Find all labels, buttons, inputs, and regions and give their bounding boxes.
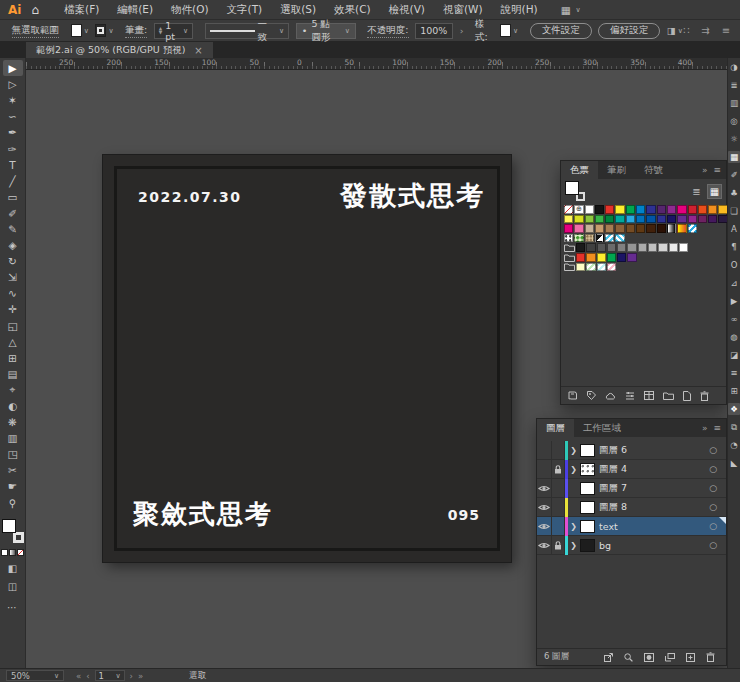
swatch[interactable] — [646, 224, 655, 233]
swatch[interactable] — [585, 224, 594, 233]
draw-mode-icon[interactable]: ◧ — [8, 563, 17, 574]
pattern-swatch[interactable] — [688, 224, 697, 233]
color-group-folder-icon[interactable] — [564, 263, 575, 272]
swatch[interactable] — [688, 215, 697, 224]
symbol-sprayer-tool[interactable]: ❋ — [3, 414, 23, 430]
layer-row[interactable]: 圖層 8○ — [537, 498, 726, 517]
pattern-swatch[interactable] — [595, 234, 604, 243]
select-similar-icon[interactable]: ◨ — [667, 25, 676, 36]
swatch[interactable] — [657, 205, 666, 214]
opacity-field[interactable]: 100% — [415, 23, 453, 39]
color-panel-icon[interactable]: ◑ — [728, 61, 740, 73]
home-icon[interactable]: ⌂ — [31, 3, 39, 17]
swatch[interactable] — [626, 215, 635, 224]
new-color-group-icon[interactable] — [663, 391, 674, 400]
properties-panel-icon[interactable]: ≣ — [728, 79, 740, 91]
first-artboard-icon[interactable]: « — [76, 671, 81, 681]
last-artboard-icon[interactable]: » — [138, 671, 143, 681]
slice-tool[interactable]: ✂ — [3, 462, 23, 478]
swatch[interactable] — [626, 205, 635, 214]
appearance-panel-icon[interactable]: ☼ — [728, 133, 740, 145]
character-panel-icon[interactable]: A — [728, 223, 740, 235]
gradient-mode-button[interactable] — [9, 549, 16, 556]
mesh-tool[interactable]: ⊞ — [3, 350, 23, 366]
zoom-tool[interactable]: ⚲ — [3, 495, 23, 511]
chevron-down-icon[interactable]: ∨ — [108, 27, 113, 35]
width-tool[interactable]: ∿ — [3, 285, 23, 301]
hand-tool[interactable]: ☛ — [3, 478, 23, 494]
eye-icon[interactable] — [537, 479, 552, 498]
swatch[interactable] — [615, 224, 624, 233]
expand-arrow-icon[interactable]: ❯ — [568, 465, 579, 474]
document-setup-button[interactable]: 文件設定 — [530, 23, 592, 39]
color-group-folder-icon[interactable] — [564, 253, 575, 262]
pencil-tool[interactable]: ✎ — [3, 221, 23, 237]
opentype-panel-icon[interactable]: O — [728, 259, 740, 271]
expand-arrow-icon[interactable]: ❯ — [568, 522, 579, 531]
grid-view-icon[interactable]: ▦ — [707, 184, 722, 199]
artboard-tool[interactable]: ◳ — [3, 446, 23, 462]
swatch[interactable] — [627, 253, 636, 262]
swatch[interactable] — [657, 215, 666, 224]
stroke-proxy[interactable] — [13, 532, 24, 543]
none-mode-button[interactable] — [17, 549, 24, 556]
swatch[interactable] — [646, 205, 655, 214]
swatch[interactable] — [564, 224, 573, 233]
paintbrush-tool[interactable]: ✐ — [3, 205, 23, 221]
lock-icon[interactable] — [552, 460, 565, 479]
brushes-panel-icon[interactable]: ✐ — [728, 169, 740, 181]
eraser-tool[interactable]: ◈ — [3, 237, 23, 253]
swatch[interactable] — [586, 253, 595, 262]
color-group-folder-icon[interactable] — [564, 243, 575, 252]
layer-name[interactable]: 圖層 4 — [599, 463, 709, 476]
actions-panel-icon[interactable]: ▶ — [728, 295, 740, 307]
none-swatch[interactable] — [564, 205, 573, 214]
menu-item[interactable]: 說明(H) — [492, 3, 547, 15]
tab-筆刷[interactable]: 筆刷 — [598, 161, 635, 179]
swatch[interactable] — [576, 263, 585, 272]
target-circle-icon[interactable]: ○ — [709, 483, 717, 493]
swatch[interactable] — [708, 205, 717, 214]
swatch[interactable] — [669, 243, 678, 252]
selection-tool[interactable]: ▶ — [3, 60, 23, 76]
pathfinder-panel-icon[interactable]: ◍ — [728, 331, 740, 343]
swatch[interactable] — [605, 205, 614, 214]
registration-swatch[interactable]: ⊕ — [574, 205, 583, 214]
swatch[interactable] — [677, 205, 686, 214]
swatch[interactable] — [708, 215, 717, 224]
next-artboard-icon[interactable]: › — [130, 671, 133, 681]
expand-arrow-icon[interactable]: ❯ — [568, 541, 579, 550]
artboard-page-number[interactable]: 095 — [448, 507, 480, 523]
swatch[interactable] — [627, 243, 636, 252]
locate-object-icon[interactable] — [624, 653, 633, 662]
artboard-title-top-right[interactable]: 發散式思考 — [340, 178, 485, 214]
stroke-color-swatch[interactable] — [95, 24, 106, 37]
style-swatch[interactable] — [500, 24, 511, 37]
pattern-swatch[interactable] — [586, 263, 595, 272]
artboard-title-bottom-left[interactable]: 聚斂式思考 — [133, 497, 273, 532]
swatch[interactable] — [698, 205, 707, 214]
swatch[interactable] — [638, 243, 647, 252]
curvature-tool[interactable]: ✑ — [3, 140, 23, 156]
eyedropper-tool[interactable]: ⌖ — [3, 382, 23, 398]
swatch[interactable] — [597, 253, 606, 262]
selection-status[interactable]: 無選取範圍 — [12, 24, 60, 38]
swatch[interactable] — [595, 224, 604, 233]
control-panel-menu-icon[interactable]: ≡ — [722, 25, 730, 36]
tab-色票[interactable]: 色票 — [561, 161, 598, 179]
swatch[interactable] — [615, 215, 624, 224]
swatch[interactable] — [679, 243, 688, 252]
layers-panel-icon[interactable]: ❖ — [728, 403, 740, 415]
new-sublayer-icon[interactable] — [665, 653, 675, 662]
swatch[interactable] — [648, 243, 657, 252]
rotate-tool[interactable]: ↻ — [3, 253, 23, 269]
tab-圖層[interactable]: 圖層 — [537, 419, 574, 437]
opacity-expand-icon[interactable]: › — [460, 25, 464, 36]
swatch-libraries-menu-icon[interactable] — [568, 391, 578, 400]
swatch[interactable] — [636, 215, 645, 224]
swatch[interactable] — [617, 243, 626, 252]
scale-tool[interactable]: ⇲ — [3, 269, 23, 285]
color-themes-icon[interactable] — [644, 391, 654, 400]
rectangle-tool[interactable]: ▭ — [3, 189, 23, 205]
swatch[interactable] — [626, 224, 635, 233]
